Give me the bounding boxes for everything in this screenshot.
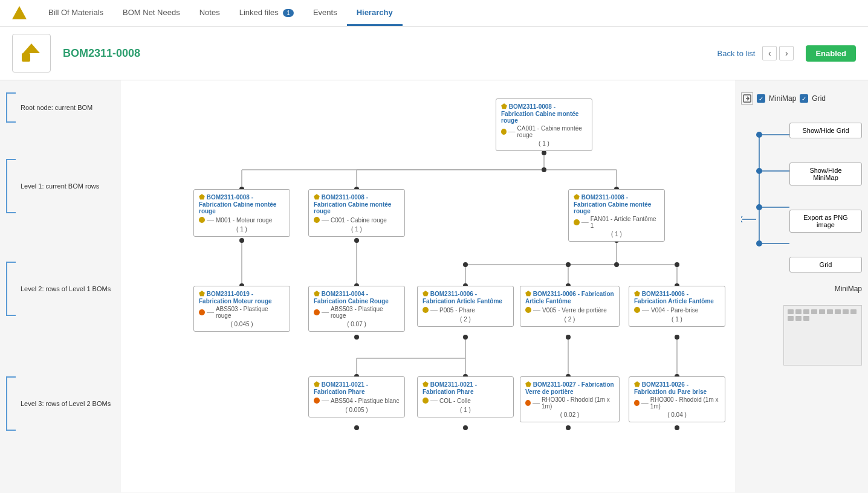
l3-2-item-icon: [423, 398, 429, 404]
svg-point-61: [756, 168, 762, 174]
minimap-dots: [784, 306, 861, 324]
svg-point-44: [354, 335, 359, 340]
svg-point-52: [354, 425, 359, 430]
node-root[interactable]: ⬟ BOM2311-0008 - Fabrication Cabine mont…: [496, 98, 592, 151]
show-hide-grid-button[interactable]: Show/Hide Grid: [789, 123, 862, 138]
status-badge: Enabled: [806, 45, 856, 62]
svg-point-33: [354, 238, 359, 243]
tab-bill-of-materials[interactable]: Bill Of Materials: [39, 1, 113, 26]
node-l3-4[interactable]: ⬟ BOM2311-0026 - Fabrication du Pare bri…: [629, 376, 725, 422]
export-icon-btn[interactable]: [741, 92, 753, 105]
l2-5-bom-icon: ⬟: [634, 290, 640, 297]
svg-point-38: [675, 262, 679, 267]
node-root-header: ⬟ BOM2311-0008 - Fabrication Cabine mont…: [501, 103, 587, 124]
l2-4-bom-icon: ⬟: [525, 290, 531, 297]
minimap-checkbox[interactable]: ✓: [757, 94, 765, 103]
legend-bracket-l1: [6, 159, 16, 213]
svg-point-32: [239, 238, 244, 243]
l2-2-item-icon: [314, 309, 320, 315]
svg-point-54: [566, 425, 571, 430]
svg-marker-0: [12, 6, 27, 19]
next-button[interactable]: ›: [779, 46, 794, 60]
nav-arrows: Back to list ‹ ›: [717, 46, 794, 60]
grid-label: Grid: [812, 94, 826, 103]
legend-l2: Level 2: rows of Level 1 BOMs: [6, 262, 115, 316]
minimap-container: [783, 305, 862, 366]
svg-point-28: [542, 167, 546, 172]
l1-3-bom-icon: ⬟: [574, 193, 580, 201]
svg-point-53: [463, 425, 468, 430]
l2-4-item-icon: [525, 307, 531, 313]
l2-5-item-icon: [634, 307, 640, 313]
svg-point-55: [675, 425, 679, 430]
top-navigation: Bill Of Materials BOM Net Needs Notes Li…: [0, 0, 868, 27]
l3-1-item-icon: [314, 398, 320, 404]
legend-l2-label: Level 2: rows of Level 1 BOMs: [21, 285, 111, 293]
svg-point-46: [566, 335, 571, 340]
svg-marker-2: [23, 44, 40, 53]
l2-3-item-icon: [423, 307, 429, 313]
l2-2-bom-icon: ⬟: [314, 290, 320, 297]
svg-point-59: [756, 132, 762, 138]
linked-files-badge: 1: [283, 9, 294, 17]
bom-icon-box: [12, 34, 51, 72]
legend-l1-label: Level 1: current BOM rows: [21, 182, 99, 190]
svg-point-27: [542, 150, 546, 155]
minimap-section-label: MiniMap: [783, 285, 862, 293]
node-l2-2[interactable]: ⬟ BOM2311-0004 - Fabrication Cabine Roug…: [308, 286, 405, 332]
grid-checkbox[interactable]: ✓: [800, 94, 808, 103]
l1-2-item-icon: [314, 217, 320, 223]
tab-hierarchy[interactable]: Hierarchy: [347, 1, 403, 26]
node-root-qty: ( 1 ): [501, 140, 587, 147]
svg-rect-1: [22, 53, 30, 62]
l3-2-bom-icon: ⬟: [423, 381, 429, 388]
node-root-item: — CA001 - Cabine montée rouge: [501, 125, 587, 138]
l3-1-bom-icon: ⬟: [314, 381, 320, 388]
l1-1-bom-icon: ⬟: [199, 193, 205, 201]
legend-l1: Level 1: current BOM rows: [6, 159, 115, 213]
node-l2-1[interactable]: ⬟ BOM2311-0019 - Fabrication Moteur roug…: [193, 286, 290, 332]
l3-4-item-icon: [634, 400, 640, 406]
app-logo: [10, 4, 29, 23]
grid-control: ✓ Grid: [800, 94, 826, 103]
tab-notes[interactable]: Notes: [190, 1, 230, 26]
minimap-label: MiniMap: [769, 94, 796, 103]
bom-title: BOM2311-0008: [63, 47, 378, 60]
node-l2-5[interactable]: ⬟ BOM2311-0006 - Fabrication Article Fan…: [629, 286, 725, 327]
svg-point-35: [463, 262, 468, 267]
svg-point-37: [614, 262, 619, 267]
tab-linked-files[interactable]: Linked files 1: [230, 1, 303, 26]
node-l2-4[interactable]: ⬟ BOM2311-0006 - Fabrication Article Fan…: [520, 286, 620, 327]
export-png-button[interactable]: Export as PNG image: [789, 210, 862, 233]
node-l1-3[interactable]: ⬟ BOM2311-0008 - Fabrication Cabine mont…: [568, 189, 665, 242]
bom-icon: ⬟: [501, 103, 507, 110]
node-l3-2[interactable]: ⬟ BOM2311-0021 - Fabrication Phare — COL…: [417, 376, 514, 417]
node-l1-1[interactable]: ⬟ BOM2311-0008 - Fabrication Cabine mont…: [193, 189, 290, 237]
svg-point-36: [566, 262, 571, 267]
node-l1-2[interactable]: ⬟ BOM2311-0008 - Fabrication Cabine mont…: [308, 189, 405, 237]
item-icon: [501, 129, 507, 135]
show-hide-minimap-button[interactable]: Show/Hide MiniMap: [789, 163, 862, 185]
l3-4-bom-icon: ⬟: [634, 381, 640, 388]
svg-point-45: [463, 335, 468, 340]
grid-button[interactable]: Grid: [789, 257, 862, 272]
node-l3-1[interactable]: ⬟ BOM2311-0021 - Fabrication Phare — ABS…: [308, 376, 405, 417]
legend-bracket-l3: [6, 376, 16, 431]
svg-point-66: [756, 240, 762, 246]
node-l2-3[interactable]: ⬟ BOM2311-0006 - Fabrication Article Fan…: [417, 286, 514, 327]
tab-bom-net-needs[interactable]: BOM Net Needs: [113, 1, 190, 26]
prev-button[interactable]: ‹: [762, 46, 777, 60]
l1-3-item-icon: [574, 219, 580, 225]
legend-root-label: Root node: current BOM: [21, 103, 92, 112]
legend-bracket-root: [6, 92, 16, 123]
tab-events[interactable]: Events: [303, 1, 347, 26]
legend-panel: Root node: current BOM Level 1: current …: [0, 80, 121, 492]
legend-bracket-l2: [6, 262, 16, 316]
main-content: Root node: current BOM Level 1: current …: [0, 80, 868, 492]
svg-point-63: [756, 204, 762, 210]
legend-l3: Level 3: rows of Level 2 BOMs: [6, 376, 115, 431]
node-l3-3[interactable]: ⬟ BOM2311-0027 - Fabrication Verre de po…: [520, 376, 620, 422]
back-to-list-link[interactable]: Back to list: [717, 49, 756, 58]
bom-header: BOM2311-0008 Back to list ‹ › Enabled: [0, 27, 868, 80]
hierarchy-canvas[interactable]: ⬟ BOM2311-0008 - Fabrication Cabine mont…: [121, 80, 735, 492]
